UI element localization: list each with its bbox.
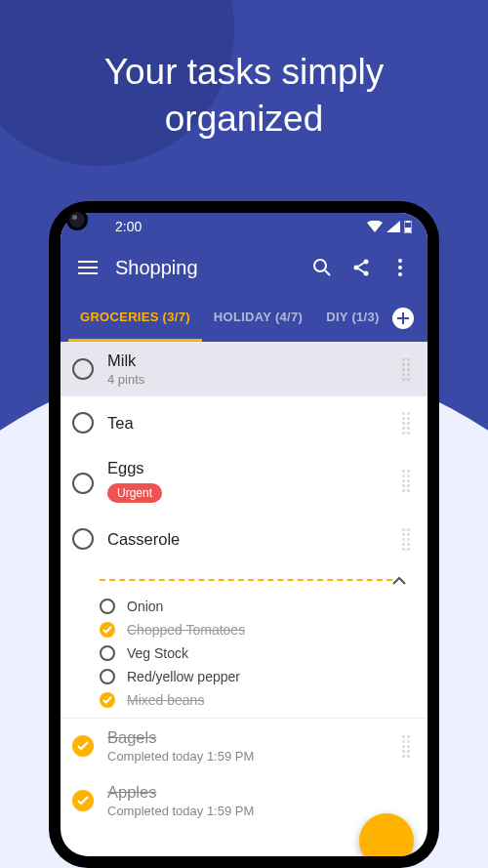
svg-point-8 [398,266,402,269]
check-icon [102,696,112,704]
wifi-icon [367,221,383,232]
chevron-up-icon [392,576,406,585]
checkbox[interactable] [72,528,94,550]
more-vert-icon [398,259,402,276]
list-item[interactable]: Milk 4 pints [61,342,427,396]
checkbox[interactable] [100,669,115,684]
hamburger-icon [78,261,98,274]
subtask-divider [61,565,427,595]
checkbox[interactable] [72,790,94,811]
status-bar: 2:00 [61,213,427,240]
task-list[interactable]: Milk 4 pints Tea Eggs Urge [61,342,427,828]
svg-point-3 [314,260,326,271]
subtask-item[interactable]: Onion [61,595,427,618]
hero-text: Your tasks simply organized [0,49,488,143]
item-title: Bagels [107,728,402,747]
device-frame: 2:00 Shopping [49,201,439,868]
status-time: 2:00 [115,219,142,234]
item-subtitle: 4 pints [107,372,402,387]
checkbox[interactable] [100,692,115,708]
overflow-button[interactable] [381,248,420,287]
search-button[interactable] [303,248,342,287]
list-item[interactable]: Casserole [61,513,427,565]
tag-chip: Urgent [107,483,162,503]
check-icon [77,741,89,751]
drag-handle-icon[interactable] [402,358,416,381]
svg-point-9 [398,272,402,276]
share-icon [351,258,371,277]
checkbox[interactable] [100,645,115,661]
check-icon [102,626,112,634]
drag-handle-icon[interactable] [402,412,416,434]
page-title: Shopping [115,257,303,279]
item-title: Casserole [107,530,402,549]
front-camera [66,209,88,230]
item-subtitle: Completed today 1:59 PM [107,749,402,764]
item-title: Tea [107,414,402,433]
subtask-label: Red/yellow pepper [127,669,240,684]
hero-line1: Your tasks simply [0,49,488,96]
subtask-item[interactable]: Mixed beans [61,688,427,718]
subtask-item[interactable]: Red/yellow pepper [61,665,427,688]
item-title: Milk [107,351,402,370]
drag-handle-icon[interactable] [402,528,416,551]
subtask-label: Mixed beans [127,692,204,708]
collapse-button[interactable] [392,576,416,585]
screen: 2:00 Shopping [61,213,427,856]
item-subtitle: Completed today 1:59 PM [107,804,416,818]
subtask-item[interactable]: Veg Stock [61,641,427,665]
checkbox[interactable] [72,735,94,757]
checkbox[interactable] [100,599,115,614]
plus-icon [397,312,409,324]
list-item[interactable]: Tea [61,396,427,449]
subtask-label: Chopped Tomatoes [127,622,245,638]
list-item[interactable]: Bagels Completed today 1:59 PM [61,718,427,773]
checkbox[interactable] [72,412,94,434]
menu-button[interactable] [68,248,107,287]
tab-groceries[interactable]: GROCERIES (3/7) [68,295,202,342]
subtask-label: Veg Stock [127,645,188,661]
svg-rect-1 [406,221,410,223]
hero-line2: organized [0,96,488,143]
app-bar: Shopping [61,240,427,295]
search-icon [312,258,332,277]
tab-bar: GROCERIES (3/7) HOLIDAY (4/7) DIY (1/3) [61,295,427,342]
drag-handle-icon[interactable] [402,735,416,758]
tab-holiday[interactable]: HOLIDAY (4/7) [202,295,314,342]
status-icons [367,221,412,233]
drag-handle-icon[interactable] [402,470,416,492]
svg-point-7 [398,259,402,263]
svg-rect-2 [405,227,411,232]
checkbox[interactable] [100,622,115,638]
item-title: Apples [107,783,416,802]
share-button[interactable] [342,248,381,287]
add-tab-button[interactable] [392,308,414,329]
check-icon [77,796,89,806]
item-title: Eggs [107,459,402,477]
checkbox[interactable] [72,358,94,380]
subtask-label: Onion [127,599,163,614]
tab-diy[interactable]: DIY (1/3) [314,295,390,342]
subtask-item[interactable]: Chopped Tomatoes [61,618,427,641]
list-item[interactable]: Eggs Urgent [61,449,427,513]
signal-icon [386,221,400,232]
checkbox[interactable] [72,473,94,494]
battery-icon [404,221,412,233]
